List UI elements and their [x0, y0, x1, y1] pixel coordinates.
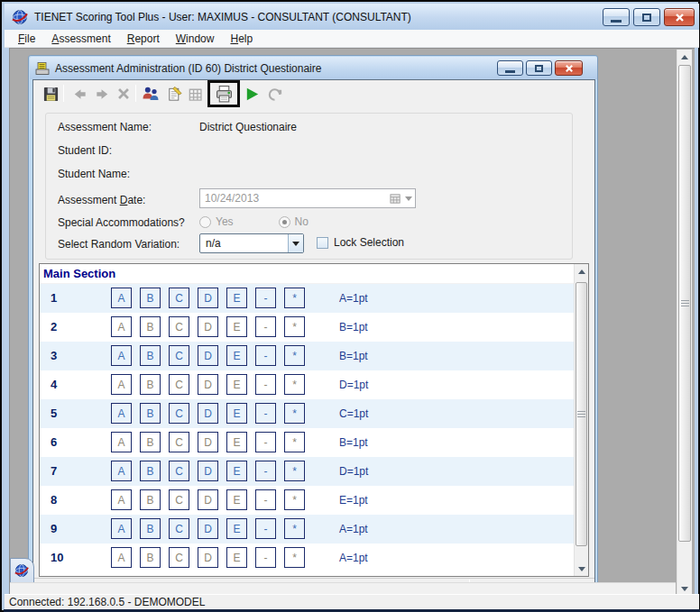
- assessment-date-field[interactable]: 10/24/2013: [199, 188, 416, 208]
- mdi-scrollbar-thumb[interactable]: [678, 65, 691, 542]
- export-icon[interactable]: [264, 84, 284, 104]
- scroll-up-icon[interactable]: [677, 50, 692, 64]
- choice-button-E[interactable]: E: [226, 288, 247, 308]
- back-icon[interactable]: [69, 84, 89, 104]
- forward-icon[interactable]: [92, 84, 112, 104]
- combo-drop-button[interactable]: [288, 234, 303, 252]
- lock-selection-checkbox[interactable]: [317, 237, 328, 249]
- choice-button-B[interactable]: B: [140, 288, 161, 308]
- scroll-down-icon[interactable]: [575, 562, 588, 576]
- choice-button-C[interactable]: C: [169, 374, 189, 395]
- list-scrollbar-thumb[interactable]: [576, 282, 587, 546]
- choice-button-dash[interactable]: -: [255, 518, 276, 539]
- choice-button-dash[interactable]: -: [255, 489, 276, 510]
- mdi-vertical-scrollbar[interactable]: [677, 50, 692, 596]
- choice-button-D[interactable]: D: [198, 345, 218, 366]
- menu-file[interactable]: File: [10, 31, 43, 47]
- choice-button-C[interactable]: C: [169, 489, 189, 510]
- choice-button-E[interactable]: E: [226, 547, 247, 568]
- choice-button-star[interactable]: *: [284, 547, 305, 568]
- choice-button-B[interactable]: B: [140, 432, 161, 452]
- choice-button-C[interactable]: C: [169, 461, 189, 481]
- radio-no[interactable]: [279, 216, 290, 228]
- choice-button-C[interactable]: C: [169, 345, 189, 366]
- child-maximize-button[interactable]: [526, 60, 552, 76]
- maximize-button[interactable]: [633, 8, 660, 26]
- choice-button-A[interactable]: A: [111, 518, 132, 539]
- choice-button-A[interactable]: A: [111, 316, 132, 337]
- choice-button-D[interactable]: D: [198, 461, 218, 481]
- choice-button-dash[interactable]: -: [255, 432, 276, 452]
- menu-help[interactable]: Help: [222, 31, 261, 47]
- choice-button-B[interactable]: B: [140, 316, 161, 337]
- choice-button-E[interactable]: E: [226, 403, 247, 424]
- choice-button-B[interactable]: B: [140, 518, 161, 539]
- save-icon[interactable]: [41, 84, 60, 104]
- random-variation-dropdown[interactable]: n/a: [199, 233, 304, 253]
- delete-icon[interactable]: [114, 84, 134, 104]
- choice-button-C[interactable]: C: [169, 403, 189, 424]
- choice-button-dash[interactable]: -: [255, 547, 276, 568]
- minimize-button[interactable]: [603, 8, 630, 26]
- choice-button-E[interactable]: E: [226, 345, 247, 366]
- choice-button-C[interactable]: C: [169, 316, 189, 337]
- choice-button-A[interactable]: A: [111, 403, 132, 424]
- choice-button-star[interactable]: *: [284, 432, 305, 452]
- choice-button-D[interactable]: D: [198, 518, 218, 539]
- choice-button-D[interactable]: D: [198, 374, 218, 395]
- choice-button-E[interactable]: E: [226, 461, 247, 481]
- choice-button-A[interactable]: A: [111, 345, 132, 366]
- radio-yes[interactable]: [199, 216, 211, 228]
- choice-button-A[interactable]: A: [111, 489, 132, 510]
- child-close-button[interactable]: [555, 60, 583, 76]
- choice-button-A[interactable]: A: [111, 432, 132, 452]
- choice-button-D[interactable]: D: [198, 432, 218, 452]
- choice-button-star[interactable]: *: [284, 518, 305, 539]
- choice-button-E[interactable]: E: [226, 374, 247, 395]
- choice-button-E[interactable]: E: [226, 518, 247, 539]
- choice-button-star[interactable]: *: [284, 345, 305, 366]
- choice-button-A[interactable]: A: [111, 288, 132, 308]
- choice-button-C[interactable]: C: [169, 518, 189, 539]
- choice-button-B[interactable]: B: [140, 403, 161, 424]
- choice-button-dash[interactable]: -: [255, 345, 276, 366]
- choice-button-dash[interactable]: -: [255, 316, 276, 337]
- print-icon[interactable]: [214, 84, 234, 104]
- properties-icon[interactable]: [164, 84, 184, 104]
- students-icon[interactable]: [141, 84, 161, 104]
- choice-button-star[interactable]: *: [284, 316, 305, 337]
- choice-button-E[interactable]: E: [226, 316, 247, 337]
- menu-window[interactable]: Window: [168, 31, 223, 47]
- choice-button-C[interactable]: C: [169, 432, 189, 452]
- close-button[interactable]: [664, 8, 695, 26]
- choice-button-dash[interactable]: -: [255, 403, 276, 424]
- choice-button-D[interactable]: D: [198, 489, 218, 510]
- choice-button-star[interactable]: *: [284, 403, 305, 424]
- choice-button-dash[interactable]: -: [255, 288, 276, 308]
- menu-assessment[interactable]: Assessment: [43, 31, 118, 47]
- choice-button-D[interactable]: D: [198, 316, 218, 337]
- choice-button-E[interactable]: E: [226, 489, 247, 510]
- choice-button-C[interactable]: C: [169, 288, 189, 308]
- child-minimize-button[interactable]: [497, 60, 523, 76]
- calendar-picker-icon[interactable]: [385, 191, 412, 206]
- list-scrollbar[interactable]: [574, 264, 588, 576]
- choice-button-A[interactable]: A: [111, 461, 132, 481]
- choice-button-B[interactable]: B: [140, 345, 161, 366]
- choice-button-A[interactable]: A: [111, 374, 132, 395]
- choice-button-A[interactable]: A: [111, 547, 132, 568]
- choice-button-C[interactable]: C: [169, 547, 189, 568]
- menu-report[interactable]: Report: [119, 31, 168, 47]
- choice-button-D[interactable]: D: [198, 547, 218, 568]
- choice-button-star[interactable]: *: [284, 288, 305, 308]
- choice-button-B[interactable]: B: [140, 374, 161, 395]
- choice-button-star[interactable]: *: [284, 461, 305, 481]
- choice-button-B[interactable]: B: [140, 547, 161, 568]
- choice-button-dash[interactable]: -: [255, 461, 276, 481]
- choice-button-B[interactable]: B: [140, 461, 161, 481]
- choice-button-B[interactable]: B: [140, 489, 161, 510]
- grid-icon[interactable]: [185, 84, 205, 104]
- choice-button-dash[interactable]: -: [255, 374, 276, 395]
- choice-button-D[interactable]: D: [198, 403, 218, 424]
- choice-button-star[interactable]: *: [284, 374, 305, 395]
